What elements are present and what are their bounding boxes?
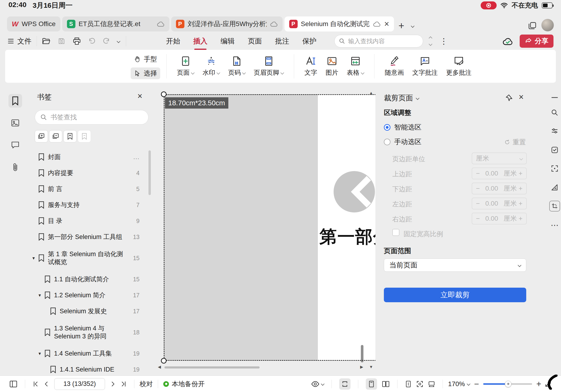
horizontal-scrollbar-thumb[interactable] — [164, 366, 259, 369]
header-footer-tool[interactable]: 页眉页脚 — [254, 56, 283, 77]
margin-top-stepper[interactable]: − 0.00 厘米 + — [472, 168, 527, 179]
menu-page[interactable]: 页面 — [248, 36, 262, 46]
panel-title[interactable]: 裁剪页面 — [384, 93, 419, 103]
page-range-select[interactable]: 当前页面 — [384, 259, 526, 272]
fit-page-button[interactable] — [405, 381, 412, 388]
fix-ratio-checkbox[interactable] — [392, 229, 399, 236]
previous-page-button[interactable] — [43, 381, 49, 387]
zoom-presets-chevron-icon[interactable] — [467, 382, 471, 386]
redo-icon[interactable] — [103, 37, 110, 45]
tab-selenium-pdf-active[interactable]: P Selenium 自动化测试完全 × — [284, 16, 394, 32]
crop-handle-bottom-left[interactable] — [161, 358, 167, 364]
menu-edit[interactable]: 编辑 — [221, 36, 235, 46]
bookmark-row[interactable]: 服务与支持 7 — [31, 197, 153, 213]
reset-button[interactable]: 重置 — [504, 138, 526, 147]
close-panel-icon[interactable]: × — [519, 92, 524, 102]
last-page-button[interactable] — [120, 381, 127, 387]
bookmark-row[interactable]: 1.1 自动化测试简介 15 — [31, 271, 153, 287]
insert-page-tool[interactable]: 页面 — [177, 56, 194, 77]
minus-icon[interactable]: − — [476, 215, 480, 222]
crop-page-tool-button-active[interactable] — [549, 201, 560, 211]
file-menu[interactable]: 文件 — [17, 36, 32, 46]
tab-ppt-doc[interactable]: P 刘湜洋作品-应用5Why分析法. — [171, 16, 283, 32]
open-folder-icon[interactable] — [42, 38, 51, 45]
bookmark-row-expandable[interactable]: ▾ 第 1 章 Selenium 自动化测试概览 15 — [31, 245, 153, 271]
single-page-view-button-active[interactable] — [366, 378, 377, 390]
crop-border-bottom[interactable] — [164, 360, 375, 361]
zoom-level-value[interactable]: 170% — [448, 380, 465, 388]
screen-recording-indicator[interactable] — [481, 1, 497, 9]
collapse-arrow-icon[interactable]: ▾ — [39, 292, 44, 298]
expand-all-button[interactable] — [35, 130, 48, 142]
page-number-tool[interactable]: 页码 — [228, 56, 245, 77]
tasks-button[interactable] — [549, 144, 560, 155]
margin-left-stepper[interactable]: − 0.00 厘米 + — [472, 198, 527, 209]
save-icon[interactable] — [58, 37, 65, 45]
bookmarks-scrollbar-thumb[interactable] — [149, 150, 151, 195]
share-button[interactable]: 分享 — [520, 34, 553, 48]
collapse-arrow-icon[interactable]: ▾ — [32, 255, 38, 261]
bookmarks-panel-button[interactable] — [9, 94, 22, 108]
search-tool-button[interactable] — [549, 107, 560, 118]
find-previous-icon[interactable] — [429, 36, 432, 40]
next-page-button[interactable] — [111, 381, 116, 387]
toggle-sidebar-button[interactable] — [9, 380, 17, 388]
menu-annotate[interactable]: 批注 — [275, 36, 289, 46]
more-tools-chevron-icon[interactable] — [117, 39, 120, 43]
margin-unit-select[interactable]: 厘米 — [472, 152, 527, 164]
first-page-button[interactable] — [33, 381, 39, 387]
tab-switcher-button[interactable] — [527, 20, 538, 32]
document-canvas[interactable]: 第一部分 18.70cm*23.50cm ▲ ▼ ◀ ▶ — [153, 83, 375, 376]
continuous-scroll-button-active[interactable] — [339, 378, 351, 390]
proofread-button[interactable]: 校对 — [140, 380, 153, 389]
scroll-right-icon[interactable]: ▶ — [360, 364, 363, 370]
minus-icon[interactable]: − — [476, 200, 480, 207]
bookmark-row-expandable[interactable]: ▾ 1.4 Selenium 工具集 19 — [31, 346, 153, 361]
cloud-saved-icon[interactable] — [502, 37, 514, 46]
undo-icon[interactable] — [88, 37, 96, 45]
pin-panel-icon[interactable] — [505, 94, 513, 102]
plus-icon[interactable]: + — [519, 185, 522, 192]
local-backup-toggle[interactable]: 本地备份开 — [172, 380, 205, 389]
table-tool[interactable]: 表格 — [347, 56, 364, 77]
margin-bottom-stepper[interactable]: − 0.00 厘米 + — [472, 183, 527, 194]
crop-handle-top-left[interactable] — [161, 91, 167, 97]
find-next-icon[interactable] — [429, 42, 432, 46]
thumbnails-panel-button[interactable] — [9, 116, 22, 130]
tab-wps-home[interactable]: W WPS Office — [7, 16, 60, 32]
more-tools-button[interactable]: ⋯ — [549, 220, 560, 230]
comments-panel-button[interactable] — [9, 138, 22, 152]
adjust-settings-button[interactable] — [549, 126, 560, 136]
kebab-menu-icon[interactable]: ⋮ — [440, 37, 448, 45]
plus-icon[interactable]: + — [519, 170, 522, 177]
smart-selection-radio[interactable]: 智能选区 — [384, 123, 421, 132]
minus-icon[interactable]: − — [476, 185, 480, 192]
screenshot-tool-button[interactable] — [549, 163, 560, 174]
watermark-tool[interactable]: 水印 — [203, 56, 220, 77]
select-tool-active[interactable]: 选择 — [131, 67, 160, 79]
bookmark-row-expandable[interactable]: ▾ 1.2 Selenium 简介 17 — [31, 287, 153, 303]
collapse-toolbar-button[interactable] — [549, 92, 560, 103]
zoom-out-icon[interactable]: − — [474, 380, 479, 388]
manual-selection-radio[interactable]: 手动选区 — [384, 137, 421, 147]
scroll-up-icon[interactable]: ▲ — [369, 91, 373, 95]
close-tab-icon[interactable]: × — [384, 20, 389, 28]
hand-tool[interactable]: 手型 — [131, 53, 160, 65]
measure-tool-button[interactable] — [549, 182, 560, 193]
zoom-slider[interactable] — [483, 383, 532, 385]
account-avatar[interactable] — [541, 19, 554, 32]
menu-protect[interactable]: 保护 — [302, 36, 316, 46]
page-indicator-field[interactable]: 13 (13/352) — [54, 378, 105, 390]
crop-border-top[interactable] — [164, 94, 375, 95]
menu-start[interactable]: 开始 — [166, 36, 180, 46]
print-icon[interactable] — [73, 37, 81, 45]
zoom-in-icon[interactable]: + — [536, 380, 541, 388]
margin-right-stepper[interactable]: − 0.00 厘米 + — [472, 213, 527, 224]
bookmark-search-input[interactable]: 书签查找 — [35, 110, 149, 125]
picture-tool[interactable]: 图片 — [326, 56, 338, 77]
bookmark-row[interactable]: 前 言 5 — [31, 181, 153, 197]
add-bookmark-button[interactable] — [64, 130, 76, 142]
bookmark-row[interactable]: 内容提要 4 — [31, 165, 153, 181]
collapse-arrow-icon[interactable]: ▾ — [39, 351, 44, 356]
remove-bookmark-button[interactable] — [78, 130, 91, 142]
